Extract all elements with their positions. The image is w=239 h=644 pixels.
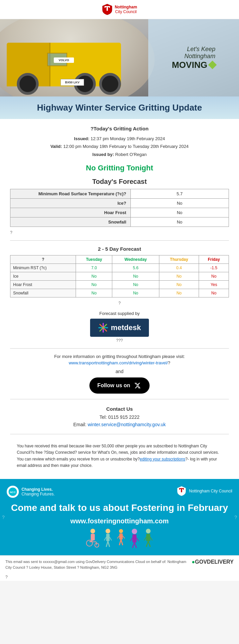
follow-us-label: Follow us on	[97, 383, 130, 389]
svg-rect-26	[132, 534, 136, 542]
fostering-figure-3	[116, 528, 126, 547]
multi-forecast-value: 5.6	[112, 264, 159, 272]
divider-1	[10, 240, 229, 241]
contact-title: Contact Us	[10, 406, 229, 412]
bottom-question: ?	[0, 573, 239, 581]
multi-forecast-value: No	[159, 289, 199, 297]
svg-point-19	[119, 529, 123, 533]
multi-forecast-label: Minimum RST (?c)	[10, 264, 76, 272]
multi-forecast-value: Yes	[199, 281, 229, 289]
contact-section: Contact Us Tel: 0115 915 2222 Email: win…	[10, 406, 229, 427]
forecast-label: Hoar Frost	[10, 208, 131, 217]
fostering-figure-2	[103, 528, 113, 549]
header: Nottingham City Council	[0, 0, 239, 19]
email-link[interactable]: winter.service@nottinghamcity.gov.uk	[88, 422, 166, 427]
subscription-notice: You have received this email because lik…	[10, 440, 229, 472]
govdelivery-dot-icon: ●	[192, 559, 195, 565]
x-twitter-icon	[133, 381, 142, 390]
footer: This email was sent to xxxxxx@gmail.com …	[0, 555, 239, 573]
gritting-action-label: Today's Gritting Action	[93, 126, 149, 131]
govdelivery-brand: ●GOVDELIVERY	[192, 559, 234, 565]
multi-forecast-value: No	[112, 281, 159, 289]
metdesk-section: Forecast supplied by metdesk ???	[10, 311, 229, 343]
multi-forecast-label: Ice	[10, 272, 76, 281]
council-name-fostering: Nottingham City Council	[189, 489, 232, 493]
metdesk-star-icon	[98, 323, 108, 333]
divider-3	[10, 399, 229, 399]
issued-line: Issued: 12:37 pm Monday 19th February 20…	[10, 135, 229, 143]
info-block: Issued: 12:37 pm Monday 19th February 20…	[10, 135, 229, 158]
multi-forecast-value: -1.5	[199, 264, 229, 272]
transport-link[interactable]: www.transportnottingham.com/driving/wint…	[69, 360, 168, 365]
hero-line2: Nottingham	[172, 53, 215, 60]
changing-lives-text: Changing Lives.	[22, 487, 55, 492]
todays-forecast-title: Today's Forecast	[10, 178, 229, 186]
fostering-right-question: ?	[234, 515, 237, 520]
multi-forecast-label: Snowfall	[10, 289, 76, 297]
forecast-value: 5.7	[130, 189, 229, 199]
svg-rect-14	[106, 534, 110, 541]
fostering-url: www.fosteringnottingham.com	[7, 517, 232, 525]
svg-line-35	[144, 537, 146, 540]
metdesk-questions: ???	[10, 338, 229, 343]
multi-forecast-value: 7.0	[76, 264, 112, 272]
and-text: and	[10, 369, 229, 374]
divider-4	[10, 434, 229, 434]
hero-image: BX50 LKV VOLVO Let's Keep Nottingham MOV…	[0, 19, 239, 96]
fostering-figure-4	[129, 528, 140, 549]
forecast-value: No	[130, 199, 229, 208]
svg-line-18	[110, 537, 112, 540]
link-suffix: ?	[168, 360, 170, 365]
multi-forecast-value: No	[112, 272, 159, 281]
svg-line-30	[136, 538, 139, 541]
page-title: Highway Winter Service Gritting Update	[7, 103, 232, 113]
fostering-figures	[7, 528, 232, 549]
svg-line-28	[134, 542, 136, 548]
svg-line-17	[104, 537, 106, 540]
svg-point-6	[90, 529, 95, 533]
multi-forecast-value: 0.4	[159, 264, 199, 272]
fostering-figure-1	[86, 528, 99, 549]
table-row: IceNoNoNoNo	[10, 272, 229, 281]
contact-email: Email: winter.service@nottinghamcity.gov…	[10, 422, 229, 427]
multi-forecast-value: No	[199, 289, 229, 297]
svg-line-27	[132, 542, 134, 548]
todays-forecast-table: Minimum Road Surface Temperature (?c)?5.…	[10, 189, 229, 227]
fostering-logo-left: NCC Changing Lives. Changing Futures.	[7, 486, 55, 498]
multi-forecast-value: No	[76, 289, 112, 297]
svg-rect-7	[91, 534, 95, 540]
footer-logo: ●GOVDELIVERY	[192, 559, 234, 565]
col-header-fri: Friday	[199, 255, 229, 264]
forecast-value: No	[130, 217, 229, 227]
svg-line-24	[123, 536, 125, 538]
more-info: For more information on gritting through…	[10, 354, 229, 365]
fostering-circle-logo: NCC	[7, 486, 19, 498]
header-logo: Nottingham City Council	[3, 3, 236, 15]
more-info-text: For more information on gritting through…	[10, 354, 229, 359]
follow-us-button[interactable]: Follow us on	[89, 377, 150, 394]
fostering-top-bar: NCC Changing Lives. Changing Futures. No…	[7, 486, 232, 498]
fostering-figure-5	[143, 528, 153, 549]
tel-label: Tel:	[99, 414, 107, 420]
council-shield-fostering-icon	[177, 486, 186, 496]
hero-moving: MOVING	[172, 60, 215, 70]
table-row: Hoar FrostNoNoNoYes	[10, 281, 229, 289]
follow-us-wrapper: Follow us on	[10, 377, 229, 394]
valid-label: Valid:	[50, 144, 62, 149]
svg-line-22	[121, 539, 123, 545]
col-header-label: ?	[10, 255, 76, 264]
svg-point-31	[146, 529, 151, 533]
metdesk-name: metdesk	[111, 323, 141, 332]
svg-line-29	[130, 538, 132, 541]
forecast-label: Ice?	[10, 199, 131, 208]
metdesk-label: Forecast supplied by	[10, 311, 229, 316]
email-label: Email:	[73, 422, 86, 427]
svg-line-23	[117, 536, 119, 538]
multi-forecast-label: Hoar Frost	[10, 281, 76, 289]
table-row: Hoar FrostNo	[10, 208, 229, 217]
svg-line-36	[150, 537, 152, 540]
main-content: ?Today's Gritting Action Issued: 12:37 p…	[0, 119, 239, 479]
valid-line: Valid: 12:00 pm Monday 19th February to …	[10, 143, 229, 150]
svg-line-16	[108, 541, 110, 547]
edit-subscriptions-link[interactable]: editing your subscriptions	[140, 457, 185, 461]
